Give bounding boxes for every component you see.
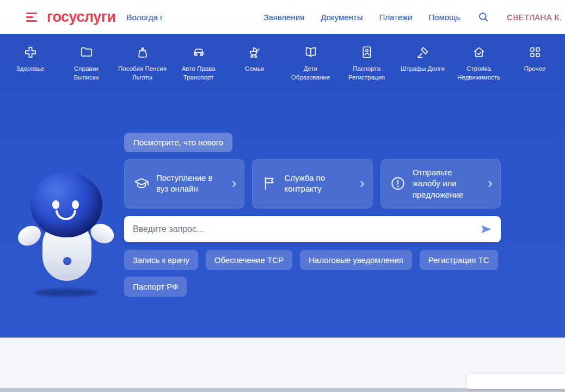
robot-eye — [72, 200, 79, 209]
robot-eye — [52, 200, 59, 209]
robot-smile — [56, 210, 76, 220]
nav-platezhi[interactable]: Платежи — [379, 13, 412, 22]
stroller-icon — [248, 45, 262, 59]
card-contract-service[interactable]: Служба по контракту › — [252, 159, 372, 209]
location-link[interactable]: Вологда г — [127, 13, 163, 22]
category-stroyka-nedvizhimost[interactable]: Стройка Недвижимость — [451, 45, 507, 82]
hamburger-icon — [26, 13, 37, 14]
chip-pasport-rf[interactable]: Паспорт РФ — [124, 277, 187, 297]
chip-nalogovye-uvedomleniya[interactable]: Налоговые уведомления — [300, 250, 412, 270]
bottom-right-widget[interactable] — [467, 374, 565, 389]
chip-registratsiya-ts[interactable]: Регистрация ТС — [420, 250, 498, 270]
card-university-admission[interactable]: Поступление в вуз онлайн › — [124, 159, 244, 209]
whats-new-button[interactable]: Посмотрите, что нового — [124, 133, 232, 152]
menu-button[interactable] — [24, 10, 39, 24]
quick-links: Запись к врачу Обеспечение ТСР Налоговые… — [124, 250, 501, 297]
category-shtrafy-dolgi[interactable]: Штрафы Долги — [395, 45, 451, 74]
category-spravki-vypiski[interactable]: Справки Выписки — [58, 45, 114, 82]
category-zdorovie[interactable]: Здоровье — [2, 45, 58, 74]
exclamation-circle-icon — [390, 175, 406, 192]
nav-dokumenty[interactable]: Документы — [321, 13, 363, 22]
chevron-right-icon: › — [488, 176, 493, 192]
send-arrow-icon — [479, 222, 493, 236]
category-deti-obrazovanie[interactable]: Дети Образование — [282, 45, 339, 82]
chevron-right-icon: › — [232, 176, 237, 192]
car-icon — [192, 45, 206, 59]
bottom-strip — [0, 388, 565, 392]
card-complaint-suggestion[interactable]: Отправьте жалобу или предложение › — [380, 159, 501, 209]
folder-icon — [79, 45, 94, 59]
robot-head — [30, 172, 102, 237]
card-title: Поступление в вуз онлайн — [156, 173, 225, 195]
category-posobiya-pensiya[interactable]: Пособия Пенсия Льготы — [114, 45, 170, 82]
nav-zayavleniya[interactable]: Заявления — [263, 13, 304, 22]
gosuslugi-home-page: госуслуги Вологда г Заявления Документы … — [0, 0, 565, 392]
graduation-cap-icon — [133, 175, 150, 192]
purse-icon — [136, 45, 150, 59]
gavel-icon — [416, 45, 430, 59]
search-box — [124, 216, 501, 242]
search-icon — [477, 11, 489, 23]
footer-area — [0, 338, 565, 392]
robot-shadow — [34, 289, 98, 297]
top-nav: Заявления Документы Платежи Помощь СВЕТЛ… — [263, 10, 561, 24]
category-prochee[interactable]: Прочее — [507, 45, 563, 74]
category-avto-transport[interactable]: Авто Права Транспорт — [170, 45, 226, 82]
open-book-icon — [304, 45, 318, 59]
health-cross-icon — [23, 45, 38, 59]
grid-icon — [528, 45, 542, 59]
user-menu[interactable]: СВЕТЛАНА К. — [507, 13, 562, 22]
house-check-icon — [472, 45, 486, 59]
chevron-right-icon: › — [360, 176, 365, 192]
chip-zapis-k-vrachu[interactable]: Запись к врачу — [124, 250, 198, 270]
search-input[interactable] — [124, 216, 501, 242]
nav-pomosch[interactable]: Помощь — [428, 13, 460, 22]
logo: госуслуги — [47, 9, 116, 26]
assistant-robot-mascot — [17, 163, 116, 299]
hero-content: Посмотрите, что нового Поступление в вуз… — [124, 133, 501, 297]
category-row: Здоровье Справки Выписки Пособия Пенсия … — [0, 34, 565, 82]
send-button[interactable] — [476, 219, 496, 240]
search-button[interactable] — [476, 10, 490, 24]
hero-banner: Здоровье Справки Выписки Пособия Пенсия … — [0, 34, 565, 338]
flag-icon — [261, 175, 278, 192]
passport-icon — [360, 45, 374, 59]
header: госуслуги Вологда г Заявления Документы … — [0, 0, 565, 34]
card-title: Отправьте жалобу или предложение — [413, 167, 482, 200]
card-title: Служба по контракту — [284, 173, 353, 195]
category-semya[interactable]: Семья — [226, 45, 282, 74]
chip-obespechenie-tsr[interactable]: Обеспечение ТСР — [206, 250, 292, 270]
promo-cards: Поступление в вуз онлайн › Служба по кон… — [124, 159, 501, 209]
robot-chest-light — [63, 257, 71, 265]
category-pasporta-registratsiya[interactable]: Паспорта Регистрация — [339, 45, 395, 82]
